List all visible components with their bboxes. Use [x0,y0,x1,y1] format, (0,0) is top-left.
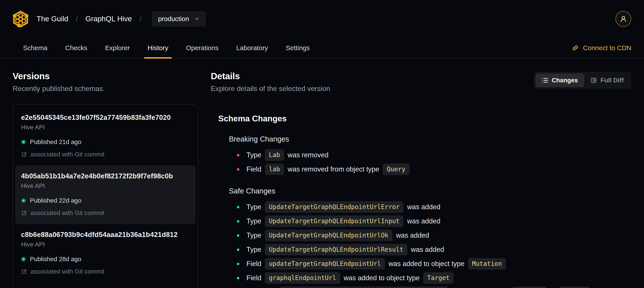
change-group-safe: TypeUpdateTargetGraphQLEndpointUrlErrorw… [237,201,631,288]
version-hash: e2e55045345ce13fe07f52a77459b83fa3fe7020 [21,114,190,122]
change-text: Type [246,217,261,225]
code-chip: UpdateTargetGraphQLEndpointUrlOk [265,230,392,241]
connect-to-cdn-button[interactable]: Connect to CDN [572,38,631,58]
change-text: was added to object type [344,274,420,282]
version-status: Published 28d ago [21,256,190,263]
list-icon [542,77,548,84]
code-chip: Query [383,164,409,175]
tab-history[interactable]: History [144,38,172,58]
changes-view-button[interactable]: Changes [536,74,584,87]
change-text: Field [246,260,261,268]
hive-logo-icon[interactable] [13,11,28,27]
code-chip: String! [512,286,546,288]
bullet-dot-icon [237,234,239,237]
chevron-down-icon [194,16,200,22]
details-subtitle: Explore details of the selected version [211,85,330,93]
change-text: Field [246,165,261,173]
change-group-breaking: TypeLabwas removedFieldlabwas removed fr… [237,149,631,175]
git-commit-label: associated with Git commit [30,151,104,158]
change-text: Type [246,231,261,239]
full-diff-view-label: Full Diff [600,77,624,84]
git-commit-link[interactable]: associated with Git commit [21,268,190,275]
change-text: was added [396,231,429,239]
git-commit-link[interactable]: associated with Git commit [21,151,190,158]
external-link-icon [21,210,27,216]
change-text: was added to object type [388,260,464,268]
columns-icon [590,77,597,84]
tab-operations[interactable]: Operations [182,38,222,58]
change-text: was removed from object type [288,165,380,173]
code-chip: Lab [265,149,284,161]
version-status: Published 22d ago [21,197,190,204]
link-icon [572,44,579,52]
breadcrumb-separator: / [76,15,78,23]
change-text: was added [407,217,440,225]
code-chip: UpdateTargetGraphQLEndpointUrlError [265,201,404,213]
change-text: was removed [288,151,328,159]
code-chip: Target [423,272,454,284]
change-group-title-safe: Safe Changes [229,187,631,195]
bullet-dot-icon [237,277,239,279]
version-status-label: Published 21d ago [30,138,81,146]
full-diff-view-button[interactable]: Full Diff [584,74,630,87]
version-item[interactable]: 4b05ab51b1b4a7e2e4b0ef82172f2b9f7ef98c0b… [15,166,196,224]
code-chip: UpdateTargetGraphQLEndpointUrlResult [265,244,407,255]
change-row: Input fieldUpdateDocumentCollectionOpera… [237,286,631,288]
change-text: Type [246,246,261,254]
app-header: The Guild / GraphQL Hive / production [0,0,644,38]
external-link-icon [21,152,27,158]
tab-checks[interactable]: Checks [62,38,91,58]
main-content: Versions Recently published schemas. e2e… [0,59,644,288]
view-toggle: Changes Full Diff [534,72,631,89]
git-commit-link[interactable]: associated with Git commit [21,209,190,216]
code-chip: Mutation [468,258,506,269]
version-service: Hive API [21,241,190,248]
user-menu-button[interactable] [616,11,631,27]
change-row: FieldupdateTargetGraphQLEndpointUrlwas a… [237,258,631,270]
version-status-label: Published 28d ago [30,256,81,263]
user-icon [620,15,628,23]
breadcrumb-org[interactable]: The Guild [36,15,68,23]
details-title: Details [211,71,330,81]
bullet-dot-icon [237,206,239,208]
tab-bar: SchemaChecksExplorerHistoryOperationsLab… [0,38,644,59]
version-service: Hive API [21,182,190,189]
code-chip: UpdateTargetGraphQLEndpointUrlInput [265,215,404,227]
version-hash: 4b05ab51b1b4a7e2e4b0ef82172f2b9f7ef98c0b [21,172,190,180]
git-commit-label: associated with Git commit [30,209,104,216]
bullet-dot-icon [237,220,239,222]
external-link-icon [21,269,27,275]
code-chip: updateTargetGraphQLEndpointUrl [265,258,385,269]
code-chip: graphqlEndpointUrl [265,272,340,284]
code-chip: UpdateDocumentCollectionOperationInput.n… [280,286,448,288]
target-selector[interactable]: production [152,11,206,27]
bullet-dot-icon [237,154,239,156]
tab-explorer[interactable]: Explorer [102,38,134,58]
change-row: TypeUpdateTargetGraphQLEndpointUrlErrorw… [237,201,631,213]
change-group-title-breaking: Breaking Changes [229,135,631,143]
version-status-label: Published 22d ago [30,197,81,204]
breadcrumb-project[interactable]: GraphQL Hive [85,15,132,23]
version-item[interactable]: a823f6db2a55df877dcf406006abca97fcc4858c… [15,283,196,288]
status-dot-icon [21,198,26,203]
git-commit-label: associated with Git commit [30,268,104,275]
target-selector-value: production [158,15,189,23]
change-text: Field [246,274,261,282]
change-row: TypeUpdateTargetGraphQLEndpointUrlInputw… [237,215,631,227]
tab-schema[interactable]: Schema [20,38,51,58]
bullet-dot-icon [237,263,239,265]
schema-changes-groups: Breaking ChangesTypeLabwas removedFieldl… [211,135,631,288]
change-text: was added [407,203,440,211]
bullet-dot-icon [237,168,239,171]
breadcrumb-separator: / [140,15,142,23]
change-row: TypeUpdateTargetGraphQLEndpointUrlResult… [237,244,631,256]
tab-settings[interactable]: Settings [282,38,313,58]
change-row: TypeLabwas removed [237,149,631,161]
version-service: Hive API [21,124,190,131]
change-text: was added [411,246,444,254]
version-item[interactable]: e2e55045345ce13fe07f52a77459b83fa3fe7020… [15,107,196,166]
changes-view-label: Changes [552,77,578,84]
status-dot-icon [21,257,26,261]
version-item[interactable]: c8b6e88a06793b9c4dfd54aaa21b36a1b421d812… [15,224,196,283]
tab-laboratory[interactable]: Laboratory [233,38,272,58]
